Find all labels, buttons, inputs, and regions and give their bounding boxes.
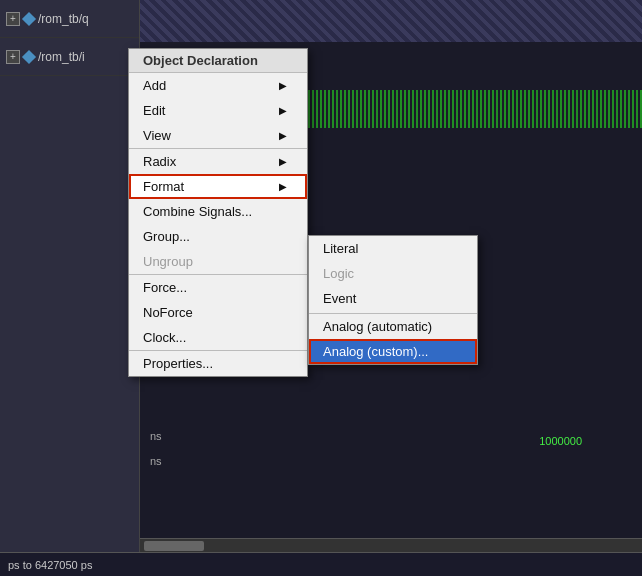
- menu-item-properties[interactable]: Properties...: [129, 350, 307, 376]
- menu-label-add: Add: [143, 78, 166, 93]
- submenu-item-analog-custom[interactable]: Analog (custom)...: [309, 339, 477, 364]
- submenu-item-event[interactable]: Event: [309, 286, 477, 311]
- format-submenu: Literal Logic Event Analog (automatic) A…: [308, 235, 478, 365]
- menu-label-clock: Clock...: [143, 330, 186, 345]
- menu-item-clock[interactable]: Clock...: [129, 325, 307, 350]
- ns-label-1: ns: [150, 430, 162, 442]
- menu-item-noforce[interactable]: NoForce: [129, 300, 307, 325]
- submenu-label-logic: Logic: [323, 266, 354, 281]
- menu-label-radix: Radix: [143, 154, 176, 169]
- arrow-view: ▶: [279, 130, 287, 141]
- signal-row-2[interactable]: + /rom_tb/i: [0, 38, 139, 76]
- waveform-value: 1000000: [539, 435, 582, 447]
- menu-header: Object Declaration: [129, 49, 307, 73]
- menu-item-combine[interactable]: Combine Signals...: [129, 199, 307, 224]
- signal-label-2: /rom_tb/i: [38, 50, 85, 64]
- menu-item-radix[interactable]: Radix ▶: [129, 148, 307, 174]
- arrow-format: ▶: [279, 181, 287, 192]
- signal-list-panel: + /rom_tb/q + /rom_tb/i: [0, 0, 140, 576]
- submenu-item-logic: Logic: [309, 261, 477, 286]
- menu-label-noforce: NoForce: [143, 305, 193, 320]
- menu-label-format: Format: [143, 179, 184, 194]
- menu-item-group[interactable]: Group...: [129, 224, 307, 249]
- menu-label-properties: Properties...: [143, 356, 213, 371]
- signal-diamond-1: [22, 11, 36, 25]
- expand-btn-2[interactable]: +: [6, 50, 20, 64]
- context-menu: Object Declaration Add ▶ Edit ▶ View ▶ R…: [128, 48, 308, 377]
- submenu-label-event: Event: [323, 291, 356, 306]
- menu-item-format[interactable]: Format ▶: [129, 174, 307, 199]
- signal-row-1[interactable]: + /rom_tb/q: [0, 0, 139, 38]
- arrow-radix: ▶: [279, 156, 287, 167]
- menu-item-force[interactable]: Force...: [129, 274, 307, 300]
- submenu-label-analog-auto: Analog (automatic): [323, 319, 432, 334]
- menu-label-edit: Edit: [143, 103, 165, 118]
- menu-label-combine: Combine Signals...: [143, 204, 252, 219]
- horizontal-scrollbar[interactable]: [140, 538, 642, 552]
- submenu-label-literal: Literal: [323, 241, 358, 256]
- menu-item-view[interactable]: View ▶: [129, 123, 307, 148]
- arrow-edit: ▶: [279, 105, 287, 116]
- signal-label-1: /rom_tb/q: [38, 12, 89, 26]
- menu-item-add[interactable]: Add ▶: [129, 73, 307, 98]
- submenu-item-literal[interactable]: Literal: [309, 236, 477, 261]
- arrow-add: ▶: [279, 80, 287, 91]
- menu-item-edit[interactable]: Edit ▶: [129, 98, 307, 123]
- menu-label-ungroup: Ungroup: [143, 254, 193, 269]
- waveform-stripe-top: [140, 0, 642, 42]
- menu-label-force: Force...: [143, 280, 187, 295]
- signal-diamond-2: [22, 49, 36, 63]
- scrollbar-thumb[interactable]: [144, 541, 204, 551]
- status-bar: ps to 6427050 ps: [0, 552, 642, 576]
- submenu-label-analog-custom: Analog (custom)...: [323, 344, 429, 359]
- menu-label-group: Group...: [143, 229, 190, 244]
- expand-btn-1[interactable]: +: [6, 12, 20, 26]
- status-text: ps to 6427050 ps: [8, 559, 92, 571]
- menu-label-view: View: [143, 128, 171, 143]
- submenu-item-analog-auto[interactable]: Analog (automatic): [309, 313, 477, 339]
- menu-item-ungroup: Ungroup: [129, 249, 307, 274]
- ns-label-2: ns: [150, 455, 162, 467]
